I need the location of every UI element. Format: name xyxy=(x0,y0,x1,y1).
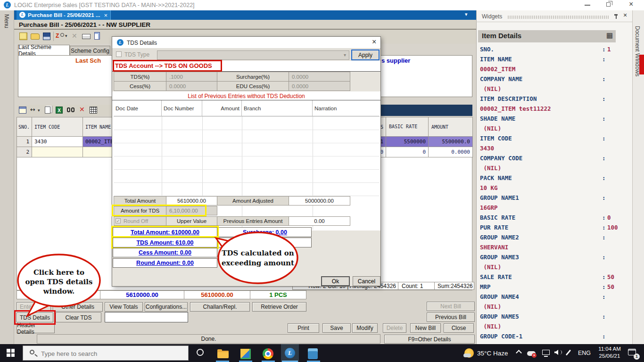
cancel-button[interactable]: Cancel xyxy=(353,276,380,286)
calculator-icon[interactable] xyxy=(308,348,318,359)
tds-type-checkbox[interactable] xyxy=(116,51,122,57)
surcharge-pct-value[interactable]: 0.0000 xyxy=(289,72,350,82)
detail-value: 1 xyxy=(607,46,611,53)
col-branch[interactable]: Branch xyxy=(242,100,313,116)
apply-button[interactable]: Apply xyxy=(351,49,380,60)
grid-header-sno[interactable]: SNO. xyxy=(17,117,32,137)
grid-row1-basic-rate[interactable]: 5500000 xyxy=(386,136,429,147)
col-amount[interactable]: Amount xyxy=(202,100,242,116)
save-button[interactable]: Save xyxy=(322,323,351,333)
tab-scheme-config[interactable]: Scheme Config xyxy=(70,46,110,55)
column-resize-icon[interactable]: ↔ xyxy=(30,106,35,113)
status-bar: Done. xyxy=(37,334,380,344)
detail-value: 50 xyxy=(607,283,614,290)
file-explorer-icon[interactable] xyxy=(217,351,229,358)
grid-row1-amount[interactable]: 5500000.0 xyxy=(428,136,473,147)
menu-strip[interactable] xyxy=(0,10,14,344)
tab-purchase-bill[interactable]: L Purchase Bill - 25/06/2021 ... × xyxy=(17,10,111,20)
challan-repl-button[interactable]: Challan/Repl. xyxy=(190,302,250,312)
open-icon[interactable] xyxy=(31,33,40,40)
f9-other-details-button[interactable]: F9=Other Details xyxy=(384,335,475,344)
previous-entries-amount-label: Previous Entries Amount xyxy=(217,216,289,226)
detail-label: GROUP NAME5 xyxy=(480,313,598,320)
weather-text[interactable]: 35°C Haze xyxy=(477,350,508,357)
grid-header-item-code[interactable]: ITEM CODE xyxy=(32,117,83,137)
close-icon[interactable]: × xyxy=(629,0,633,8)
print-button[interactable]: Print xyxy=(288,323,319,333)
amount-adjusted-value[interactable]: 5000000.00 xyxy=(289,196,350,206)
find-icon[interactable] xyxy=(67,107,70,112)
col-doc-number[interactable]: Doc Number xyxy=(162,100,202,116)
search-box[interactable] xyxy=(23,346,189,361)
notification-badge: 1 xyxy=(634,354,640,360)
total-amount-value[interactable]: 5610000.00 xyxy=(166,196,217,206)
excel-export-icon[interactable]: X xyxy=(56,107,63,114)
copy-icon[interactable] xyxy=(45,107,50,114)
logic-app-icon[interactable]: L xyxy=(285,348,295,358)
grid-row2-amount[interactable]: 0.0000 xyxy=(428,147,473,157)
tab-last-scheme-details[interactable]: Last Scheme Details xyxy=(18,45,70,55)
grid-row1-item-code[interactable]: 3430 xyxy=(32,136,83,147)
colon: : xyxy=(602,46,606,53)
upper-value-cell[interactable]: Upper Value xyxy=(166,216,217,226)
delete-row-icon[interactable]: ✕ xyxy=(79,106,85,113)
table-grid-icon[interactable] xyxy=(90,107,97,114)
edu-cess-pct-value[interactable]: 0.0000 xyxy=(289,81,350,91)
design-tool-icon[interactable] xyxy=(240,349,251,359)
close-button[interactable]: Close xyxy=(444,323,474,333)
bill-header-title: Purchase Bill - 25/06/2021 - - NW SUPPLI… xyxy=(19,21,150,28)
detail-label: PACK NAME xyxy=(480,174,598,181)
new-bill-button[interactable]: New Bill xyxy=(410,323,441,333)
start-windows-icon[interactable] xyxy=(7,349,15,357)
previous-bill-button[interactable]: Previous Bill xyxy=(427,313,475,322)
grid-row1-sno[interactable]: 1 xyxy=(17,136,32,147)
tds-pct-value[interactable]: .1000 xyxy=(166,72,217,82)
tabstrip-chevron-icon[interactable]: ▾ xyxy=(465,11,468,17)
tds-text-input[interactable] xyxy=(105,312,188,322)
form-view-icon[interactable] xyxy=(19,107,26,114)
modify-button[interactable]: Modify xyxy=(352,323,378,333)
tds-type-dropdown[interactable]: ▾ xyxy=(157,50,349,60)
col-narration[interactable]: Narration xyxy=(313,100,380,116)
retrieve-order-button[interactable]: Retrieve Order xyxy=(252,302,306,312)
cortana-icon[interactable] xyxy=(197,349,204,356)
colon: : xyxy=(602,56,606,63)
language-indicator[interactable]: ENG xyxy=(578,350,591,356)
configurations-button[interactable]: Configurations... xyxy=(145,302,188,312)
grid-row2-basic-rate[interactable]: 0 xyxy=(386,147,429,157)
new-bill-icon[interactable] xyxy=(19,33,27,40)
save-icon[interactable] xyxy=(43,33,50,40)
network-icon[interactable] xyxy=(542,350,550,355)
detail-label: SALE RATE xyxy=(480,273,598,280)
clock-time[interactable]: 11:04 AM xyxy=(595,346,624,352)
tab-close-icon[interactable]: × xyxy=(104,12,107,19)
minimize-icon[interactable] xyxy=(585,5,590,6)
page-icon[interactable] xyxy=(94,32,100,40)
header-details-button[interactable]: Header Details xyxy=(17,324,55,333)
resize-caret-icon[interactable]: ▾ xyxy=(38,108,40,113)
grid-row2-item-code[interactable] xyxy=(32,147,83,157)
col-doc-date[interactable]: Doc Date xyxy=(114,100,162,116)
grid-header-amount[interactable]: AMOUNT xyxy=(428,117,473,137)
cess-pct-value[interactable]: 0.0000 xyxy=(166,81,217,91)
table-hline xyxy=(114,143,380,143)
amount-for-tds-value[interactable]: 6,10,000.00 xyxy=(166,206,217,215)
previous-entries-amount-value[interactable]: 0.00 xyxy=(289,216,350,226)
ok-button[interactable]: Ok xyxy=(321,276,350,286)
dialog-close-icon[interactable]: × xyxy=(372,38,376,46)
print-icon[interactable] xyxy=(82,34,91,39)
detail-label: BASIC RATE xyxy=(480,214,598,221)
grid-header-basic-rate[interactable]: BASIC RATE xyxy=(386,117,429,137)
detail-value: 00002_ITEM xyxy=(480,66,515,73)
colon: : xyxy=(602,254,606,261)
view-totals-button[interactable]: View Totals xyxy=(105,302,143,312)
search-input[interactable] xyxy=(40,348,183,359)
widgets-close-icon[interactable]: × xyxy=(623,11,627,19)
clock-date[interactable]: 25/06/21 xyxy=(595,353,624,359)
zoom-caret-icon[interactable]: ▾ xyxy=(65,33,67,38)
zoom-icon[interactable]: Z xyxy=(56,33,59,39)
tds-amount-line: TDS Amount: 610.00 xyxy=(113,238,217,247)
grid-row2-sno[interactable]: 2 xyxy=(17,147,32,157)
round-off-checkbox[interactable]: ✓ xyxy=(116,218,121,223)
item-details-grid-icon[interactable]: ▦ xyxy=(606,31,613,40)
